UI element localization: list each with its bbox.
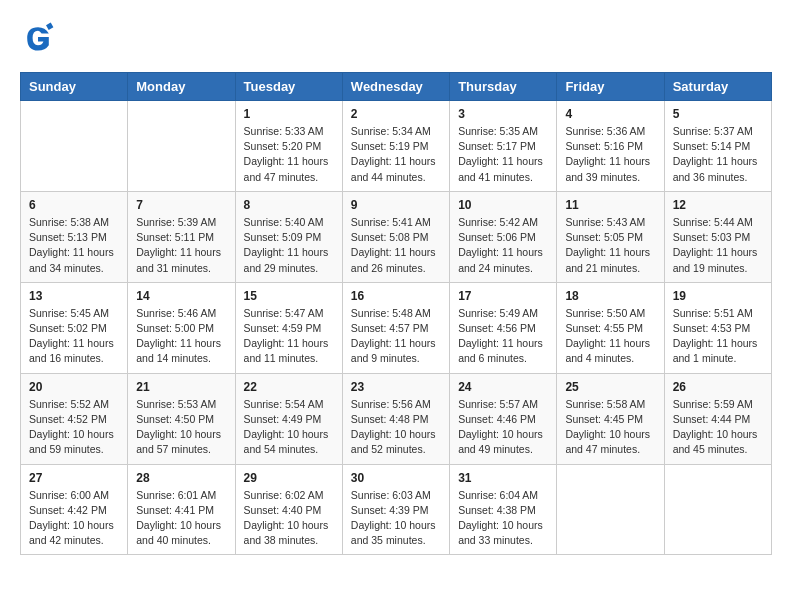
page-header [20,20,772,56]
day-cell: 29Sunrise: 6:02 AM Sunset: 4:40 PM Dayli… [235,464,342,555]
day-number: 3 [458,107,548,121]
day-cell: 17Sunrise: 5:49 AM Sunset: 4:56 PM Dayli… [450,282,557,373]
day-info: Sunrise: 5:42 AM Sunset: 5:06 PM Dayligh… [458,215,548,276]
day-cell: 3Sunrise: 5:35 AM Sunset: 5:17 PM Daylig… [450,101,557,192]
logo-icon [20,20,56,56]
day-info: Sunrise: 6:04 AM Sunset: 4:38 PM Dayligh… [458,488,548,549]
day-number: 14 [136,289,226,303]
day-cell: 22Sunrise: 5:54 AM Sunset: 4:49 PM Dayli… [235,373,342,464]
day-number: 30 [351,471,441,485]
day-cell [21,101,128,192]
day-cell: 9Sunrise: 5:41 AM Sunset: 5:08 PM Daylig… [342,191,449,282]
day-info: Sunrise: 5:35 AM Sunset: 5:17 PM Dayligh… [458,124,548,185]
day-number: 21 [136,380,226,394]
day-number: 8 [244,198,334,212]
logo [20,20,60,56]
day-number: 18 [565,289,655,303]
day-number: 19 [673,289,763,303]
day-number: 23 [351,380,441,394]
day-info: Sunrise: 5:50 AM Sunset: 4:55 PM Dayligh… [565,306,655,367]
week-row-4: 27Sunrise: 6:00 AM Sunset: 4:42 PM Dayli… [21,464,772,555]
day-number: 4 [565,107,655,121]
day-number: 11 [565,198,655,212]
day-cell: 2Sunrise: 5:34 AM Sunset: 5:19 PM Daylig… [342,101,449,192]
day-info: Sunrise: 5:47 AM Sunset: 4:59 PM Dayligh… [244,306,334,367]
day-number: 16 [351,289,441,303]
day-info: Sunrise: 5:45 AM Sunset: 5:02 PM Dayligh… [29,306,119,367]
day-number: 15 [244,289,334,303]
day-cell: 24Sunrise: 5:57 AM Sunset: 4:46 PM Dayli… [450,373,557,464]
day-info: Sunrise: 5:46 AM Sunset: 5:00 PM Dayligh… [136,306,226,367]
day-cell: 30Sunrise: 6:03 AM Sunset: 4:39 PM Dayli… [342,464,449,555]
day-info: Sunrise: 5:54 AM Sunset: 4:49 PM Dayligh… [244,397,334,458]
day-number: 17 [458,289,548,303]
day-number: 10 [458,198,548,212]
day-cell: 12Sunrise: 5:44 AM Sunset: 5:03 PM Dayli… [664,191,771,282]
day-number: 6 [29,198,119,212]
day-cell: 19Sunrise: 5:51 AM Sunset: 4:53 PM Dayli… [664,282,771,373]
day-info: Sunrise: 5:49 AM Sunset: 4:56 PM Dayligh… [458,306,548,367]
day-info: Sunrise: 5:44 AM Sunset: 5:03 PM Dayligh… [673,215,763,276]
day-cell: 25Sunrise: 5:58 AM Sunset: 4:45 PM Dayli… [557,373,664,464]
day-cell: 16Sunrise: 5:48 AM Sunset: 4:57 PM Dayli… [342,282,449,373]
day-cell: 26Sunrise: 5:59 AM Sunset: 4:44 PM Dayli… [664,373,771,464]
day-info: Sunrise: 5:48 AM Sunset: 4:57 PM Dayligh… [351,306,441,367]
day-number: 13 [29,289,119,303]
day-cell: 7Sunrise: 5:39 AM Sunset: 5:11 PM Daylig… [128,191,235,282]
day-number: 2 [351,107,441,121]
day-number: 28 [136,471,226,485]
day-number: 9 [351,198,441,212]
day-cell: 10Sunrise: 5:42 AM Sunset: 5:06 PM Dayli… [450,191,557,282]
day-number: 25 [565,380,655,394]
day-cell: 28Sunrise: 6:01 AM Sunset: 4:41 PM Dayli… [128,464,235,555]
day-cell [557,464,664,555]
day-cell: 6Sunrise: 5:38 AM Sunset: 5:13 PM Daylig… [21,191,128,282]
day-number: 5 [673,107,763,121]
day-number: 7 [136,198,226,212]
day-info: Sunrise: 6:00 AM Sunset: 4:42 PM Dayligh… [29,488,119,549]
day-number: 26 [673,380,763,394]
day-info: Sunrise: 5:56 AM Sunset: 4:48 PM Dayligh… [351,397,441,458]
week-row-2: 13Sunrise: 5:45 AM Sunset: 5:02 PM Dayli… [21,282,772,373]
day-info: Sunrise: 5:58 AM Sunset: 4:45 PM Dayligh… [565,397,655,458]
weekday-header-sunday: Sunday [21,73,128,101]
day-number: 27 [29,471,119,485]
day-info: Sunrise: 5:43 AM Sunset: 5:05 PM Dayligh… [565,215,655,276]
day-cell: 20Sunrise: 5:52 AM Sunset: 4:52 PM Dayli… [21,373,128,464]
day-info: Sunrise: 5:39 AM Sunset: 5:11 PM Dayligh… [136,215,226,276]
day-cell [128,101,235,192]
day-number: 31 [458,471,548,485]
day-cell: 4Sunrise: 5:36 AM Sunset: 5:16 PM Daylig… [557,101,664,192]
week-row-1: 6Sunrise: 5:38 AM Sunset: 5:13 PM Daylig… [21,191,772,282]
day-info: Sunrise: 5:51 AM Sunset: 4:53 PM Dayligh… [673,306,763,367]
week-row-0: 1Sunrise: 5:33 AM Sunset: 5:20 PM Daylig… [21,101,772,192]
day-cell: 11Sunrise: 5:43 AM Sunset: 5:05 PM Dayli… [557,191,664,282]
day-number: 20 [29,380,119,394]
day-cell: 15Sunrise: 5:47 AM Sunset: 4:59 PM Dayli… [235,282,342,373]
day-info: Sunrise: 5:37 AM Sunset: 5:14 PM Dayligh… [673,124,763,185]
day-cell: 18Sunrise: 5:50 AM Sunset: 4:55 PM Dayli… [557,282,664,373]
day-cell: 1Sunrise: 5:33 AM Sunset: 5:20 PM Daylig… [235,101,342,192]
day-info: Sunrise: 5:33 AM Sunset: 5:20 PM Dayligh… [244,124,334,185]
weekday-header-friday: Friday [557,73,664,101]
weekday-header-wednesday: Wednesday [342,73,449,101]
day-number: 29 [244,471,334,485]
day-info: Sunrise: 5:41 AM Sunset: 5:08 PM Dayligh… [351,215,441,276]
day-number: 1 [244,107,334,121]
day-info: Sunrise: 5:52 AM Sunset: 4:52 PM Dayligh… [29,397,119,458]
day-info: Sunrise: 6:02 AM Sunset: 4:40 PM Dayligh… [244,488,334,549]
day-info: Sunrise: 5:57 AM Sunset: 4:46 PM Dayligh… [458,397,548,458]
day-cell [664,464,771,555]
day-cell: 23Sunrise: 5:56 AM Sunset: 4:48 PM Dayli… [342,373,449,464]
day-cell: 14Sunrise: 5:46 AM Sunset: 5:00 PM Dayli… [128,282,235,373]
day-info: Sunrise: 5:53 AM Sunset: 4:50 PM Dayligh… [136,397,226,458]
weekday-header-tuesday: Tuesday [235,73,342,101]
weekday-header-monday: Monday [128,73,235,101]
day-info: Sunrise: 5:59 AM Sunset: 4:44 PM Dayligh… [673,397,763,458]
day-number: 22 [244,380,334,394]
week-row-3: 20Sunrise: 5:52 AM Sunset: 4:52 PM Dayli… [21,373,772,464]
calendar: SundayMondayTuesdayWednesdayThursdayFrid… [20,72,772,555]
weekday-header-saturday: Saturday [664,73,771,101]
day-cell: 5Sunrise: 5:37 AM Sunset: 5:14 PM Daylig… [664,101,771,192]
day-number: 24 [458,380,548,394]
